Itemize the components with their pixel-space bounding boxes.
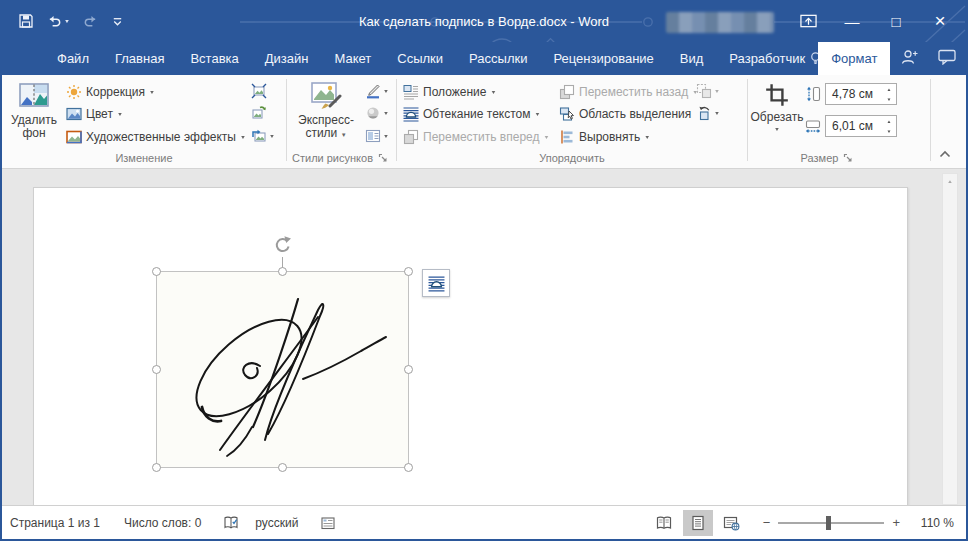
print-layout-button[interactable]	[683, 510, 713, 536]
change-picture-button[interactable]	[251, 103, 271, 122]
send-backward-label: Переместить назад	[579, 85, 688, 99]
signature-image[interactable]	[156, 271, 409, 468]
layout-options-button[interactable]	[422, 269, 450, 297]
redo-button[interactable]	[83, 14, 98, 29]
resize-handle-se[interactable]	[404, 463, 413, 472]
dropdown-icon[interactable]: ▼	[383, 88, 389, 93]
picture-layout-icon	[365, 128, 381, 144]
window-controls: — □ ×	[786, 0, 962, 42]
save-button[interactable]	[18, 13, 34, 29]
tab-developer[interactable]: Разработчик	[716, 42, 818, 75]
color-button[interactable]: Цвет ▼	[66, 104, 123, 124]
shape-height-icon	[805, 84, 825, 103]
dropdown-icon[interactable]: ▼	[714, 110, 720, 115]
share-button[interactable]	[900, 49, 918, 68]
proofing-status-icon[interactable]	[223, 515, 239, 531]
comments-button[interactable]	[938, 49, 956, 68]
resize-handle-n[interactable]	[278, 267, 287, 276]
rotate-handle[interactable]	[272, 235, 292, 255]
dialog-launcher-icon[interactable]	[378, 153, 388, 163]
picture-effects-button[interactable]: ▼	[365, 103, 397, 122]
tab-view[interactable]: Вид	[667, 42, 717, 75]
dropdown-icon: ▼	[543, 134, 549, 139]
undo-button[interactable]: ▼	[47, 14, 70, 29]
width-field[interactable]: 6,01 см ▲ ▼	[825, 115, 897, 137]
compress-picture-icon	[251, 83, 267, 99]
dropdown-icon[interactable]: ▼	[383, 133, 389, 138]
web-layout-button[interactable]	[717, 510, 747, 536]
resize-handle-w[interactable]	[152, 365, 161, 374]
status-bar-right: − + 110 %	[645, 506, 954, 539]
align-button[interactable]: Выровнять ▼	[559, 127, 650, 147]
resize-handle-sw[interactable]	[152, 463, 161, 472]
tab-mailings[interactable]: Рассылки	[456, 42, 540, 75]
ribbon-tab-row: Файл Главная Вставка Дизайн Макет Ссылки…	[2, 42, 966, 75]
spin-up-icon[interactable]: ▲	[887, 87, 892, 92]
tab-layout[interactable]: Макет	[321, 42, 384, 75]
tab-home[interactable]: Главная	[102, 42, 177, 75]
dropdown-icon: ▼	[534, 111, 540, 116]
scroll-up-icon[interactable]: ▲	[943, 175, 957, 184]
zoom-in-button[interactable]: +	[892, 515, 900, 530]
tab-references[interactable]: Ссылки	[384, 42, 456, 75]
zoom-slider-thumb[interactable]	[826, 516, 831, 530]
close-button[interactable]: ×	[918, 0, 962, 42]
ribbon-display-options-button[interactable]	[786, 0, 830, 42]
position-label: Положение	[423, 85, 486, 99]
picture-border-button[interactable]: ▼	[365, 81, 397, 100]
remove-background-button[interactable]: Удалить фон	[6, 79, 62, 163]
reset-picture-button[interactable]: ▼	[251, 126, 281, 145]
resize-handle-e[interactable]	[404, 365, 413, 374]
page-indicator[interactable]: Страница 1 из 1	[10, 516, 100, 530]
tab-file[interactable]: Файл	[44, 42, 102, 75]
quick-styles-button[interactable]: Экспресс-стили ▼	[295, 79, 357, 163]
word-count[interactable]: Число слов: 0	[124, 516, 201, 530]
tab-review[interactable]: Рецензирование	[540, 42, 666, 75]
dropdown-icon: ▼	[240, 134, 246, 139]
dropdown-icon[interactable]: ▼	[269, 133, 275, 138]
spin-up-icon[interactable]: ▲	[887, 119, 892, 124]
bring-forward-icon	[403, 129, 419, 145]
dropdown-icon[interactable]: ▼	[383, 110, 389, 115]
crop-button[interactable]: Обрезать ▼	[751, 79, 803, 163]
tab-insert[interactable]: Вставка	[177, 42, 251, 75]
collapse-ribbon-button[interactable]	[938, 148, 952, 162]
zoom-out-button[interactable]: −	[763, 515, 771, 530]
minimize-button[interactable]: —	[830, 0, 874, 42]
rotate-objects-button[interactable]: ▼	[696, 103, 728, 122]
crop-icon	[764, 82, 790, 108]
macro-recording-icon[interactable]	[320, 515, 336, 531]
align-label: Выровнять	[579, 130, 640, 144]
artistic-effects-button[interactable]: Художественные эффекты ▼	[66, 127, 246, 147]
group-separator	[396, 79, 397, 161]
corrections-button[interactable]: Коррекция ▼	[66, 82, 155, 102]
dialog-launcher-icon[interactable]	[843, 153, 853, 163]
dropdown-icon: ▼	[714, 88, 720, 93]
quick-access-toolbar: ▼	[18, 0, 124, 42]
send-backward-button: Переместить назад ▼	[559, 82, 698, 102]
vertical-scrollbar[interactable]: ▲	[942, 173, 958, 505]
crop-label: Обрезать	[751, 111, 804, 124]
undo-dropdown-icon[interactable]: ▼	[64, 18, 70, 23]
spin-down-icon[interactable]: ▼	[887, 129, 892, 134]
tab-format[interactable]: Формат	[818, 42, 890, 75]
maximize-button[interactable]: □	[874, 0, 918, 42]
tab-design[interactable]: Дизайн	[252, 42, 322, 75]
resize-handle-ne[interactable]	[404, 267, 413, 276]
bring-forward-button: Переместить вперед ▼	[403, 127, 549, 147]
picture-layout-button[interactable]: ▼	[365, 126, 397, 145]
resize-handle-nw[interactable]	[152, 267, 161, 276]
compress-picture-button[interactable]	[251, 81, 271, 100]
resize-handle-s[interactable]	[278, 463, 287, 472]
read-mode-button[interactable]	[649, 510, 679, 536]
selection-pane-label: Область выделения	[579, 107, 691, 121]
language-indicator[interactable]: русский	[255, 516, 298, 530]
spin-down-icon[interactable]: ▼	[887, 97, 892, 102]
selection-pane-button[interactable]: Область выделения	[559, 104, 691, 124]
zoom-slider[interactable]	[778, 522, 884, 524]
zoom-level[interactable]: 110 %	[910, 516, 954, 530]
height-field[interactable]: 4,78 см ▲ ▼	[825, 83, 897, 105]
wrap-text-button[interactable]: Обтекание текстом ▼	[403, 104, 540, 124]
position-button[interactable]: Положение ▼	[403, 82, 496, 102]
customize-qat-button[interactable]	[111, 15, 124, 28]
